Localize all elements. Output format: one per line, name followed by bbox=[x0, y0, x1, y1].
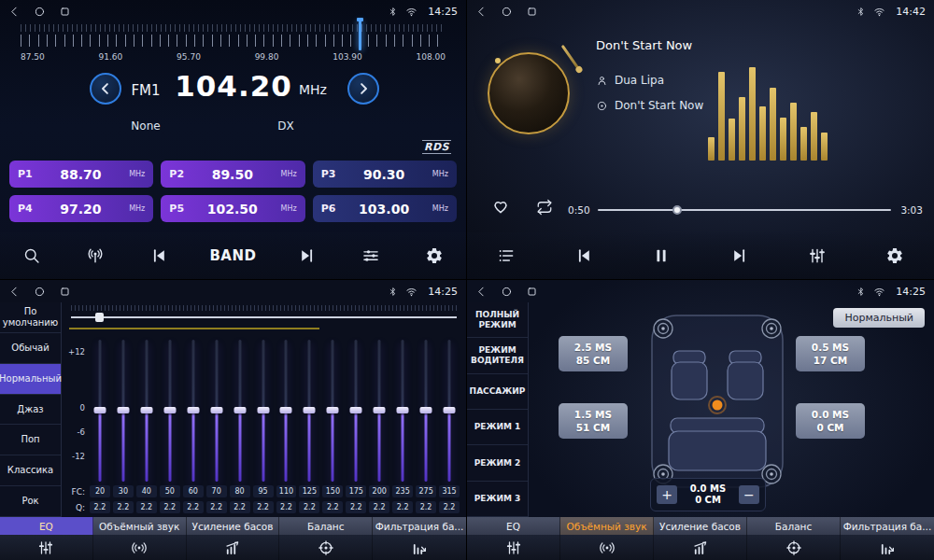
seek-previous-button[interactable] bbox=[140, 237, 177, 274]
delay-decrease-button[interactable]: − bbox=[739, 485, 759, 504]
tab-eq[interactable]: EQ bbox=[467, 517, 560, 535]
eq-band-knob[interactable] bbox=[304, 407, 316, 413]
surround-mode-item[interactable]: РЕЖИМ 2 bbox=[467, 445, 528, 481]
eq-band-knob[interactable] bbox=[327, 407, 339, 413]
preset-button-p2[interactable]: P289.50MHz bbox=[161, 161, 304, 188]
eq-band-slider[interactable] bbox=[229, 338, 251, 483]
eq-band-knob[interactable] bbox=[93, 407, 106, 413]
nav-home-icon[interactable] bbox=[501, 6, 513, 18]
eq-tab-icon[interactable] bbox=[0, 535, 93, 560]
eq-band-knob[interactable] bbox=[117, 407, 129, 413]
filter-tab-icon[interactable] bbox=[841, 535, 934, 560]
surround-mode-item[interactable]: ПАССАЖИР bbox=[467, 374, 528, 410]
tab-filter[interactable]: Фильтрация ба... bbox=[841, 517, 934, 535]
progress-knob[interactable] bbox=[672, 205, 682, 215]
preset-button-p5[interactable]: P5102.50MHz bbox=[161, 195, 304, 222]
eq-band-slider[interactable] bbox=[415, 338, 437, 483]
next-track-button[interactable] bbox=[721, 237, 758, 274]
pause-button[interactable] bbox=[643, 237, 680, 274]
frequency-ruler[interactable] bbox=[21, 24, 446, 49]
eq-band-slider[interactable] bbox=[391, 338, 414, 483]
tab-bass-boost[interactable]: Усиление басов bbox=[187, 517, 280, 535]
eq-band-knob[interactable] bbox=[234, 407, 246, 413]
nav-back-icon[interactable] bbox=[475, 6, 488, 18]
surround-mode-item[interactable]: РЕЖИМ 1 bbox=[467, 410, 528, 445]
eq-band-knob[interactable] bbox=[374, 407, 386, 413]
eq-preset-item[interactable]: Обычай bbox=[0, 333, 61, 364]
eq-band-knob[interactable] bbox=[280, 407, 292, 413]
bass-boost-tab-icon[interactable] bbox=[187, 535, 280, 560]
delay-rear-left[interactable]: 1.5 MS 51 CM bbox=[559, 403, 628, 439]
equalizer-button[interactable] bbox=[799, 237, 836, 274]
nav-recents-icon[interactable] bbox=[526, 286, 538, 298]
eq-band-slider[interactable] bbox=[438, 338, 460, 483]
eq-band-slider[interactable] bbox=[159, 338, 181, 483]
eq-level-line[interactable] bbox=[69, 328, 319, 329]
nav-home-icon[interactable] bbox=[34, 286, 46, 298]
eq-band-slider[interactable] bbox=[205, 338, 228, 483]
preset-button-p4[interactable]: P497.20MHz bbox=[9, 195, 153, 222]
eq-band-slider[interactable] bbox=[298, 338, 320, 483]
radio-settings-sliders-button[interactable] bbox=[352, 237, 389, 274]
eq-band-knob[interactable] bbox=[444, 407, 456, 413]
tab-eq[interactable]: EQ bbox=[0, 517, 93, 535]
player-settings-button[interactable] bbox=[876, 237, 913, 274]
eq-preset-item[interactable]: Классика bbox=[0, 455, 61, 486]
eq-band-slider[interactable] bbox=[345, 338, 367, 483]
surround-tab-icon[interactable] bbox=[560, 535, 654, 560]
playlist-button[interactable] bbox=[488, 237, 525, 274]
eq-band-slider[interactable] bbox=[321, 338, 344, 483]
previous-track-button[interactable] bbox=[565, 237, 602, 274]
tab-surround[interactable]: Объёмный звук bbox=[93, 517, 187, 535]
eq-preset-item[interactable]: Джаз bbox=[0, 395, 61, 426]
eq-band-knob[interactable] bbox=[420, 407, 432, 413]
tab-bass-boost[interactable]: Усиление басов bbox=[654, 517, 747, 535]
eq-band-knob[interactable] bbox=[187, 407, 199, 413]
radio-settings-button[interactable] bbox=[416, 237, 453, 274]
nav-home-icon[interactable] bbox=[34, 6, 46, 18]
nav-back-icon[interactable] bbox=[8, 286, 21, 298]
preset-button-p3[interactable]: P390.30MHz bbox=[313, 161, 457, 188]
delay-increase-button[interactable]: + bbox=[657, 485, 677, 504]
surround-mode-item[interactable]: ПОЛНЫЙ РЕЖИМ bbox=[467, 302, 528, 338]
eq-preset-item[interactable]: По умолчанию bbox=[0, 302, 61, 333]
delay-rear-right[interactable]: 0.0 MS 0 CM bbox=[796, 403, 865, 439]
eq-band-slider[interactable] bbox=[276, 338, 298, 483]
filter-tab-icon[interactable] bbox=[373, 535, 466, 560]
nav-recents-icon[interactable] bbox=[526, 6, 538, 18]
eq-master-slider[interactable] bbox=[71, 316, 457, 318]
tune-up-button[interactable] bbox=[347, 73, 379, 105]
nav-recents-icon[interactable] bbox=[59, 286, 71, 298]
eq-preset-item[interactable]: Поп bbox=[0, 425, 61, 455]
tab-balance[interactable]: Баланс bbox=[747, 517, 841, 535]
surround-mode-item[interactable]: РЕЖИМ ВОДИТЕЛЯ bbox=[467, 338, 528, 373]
progress-track[interactable] bbox=[598, 209, 891, 211]
eq-band-knob[interactable] bbox=[350, 407, 362, 413]
balance-tab-icon[interactable] bbox=[279, 535, 373, 560]
preset-button-p6[interactable]: P6103.00MHz bbox=[313, 195, 457, 222]
eq-tab-icon[interactable] bbox=[467, 535, 560, 560]
nav-home-icon[interactable] bbox=[501, 286, 513, 298]
scan-search-button[interactable] bbox=[13, 237, 50, 274]
eq-band-knob[interactable] bbox=[397, 407, 409, 413]
favorite-button[interactable] bbox=[491, 197, 510, 216]
nav-recents-icon[interactable] bbox=[59, 6, 71, 18]
surround-mode-item[interactable]: РЕЖИМ 3 bbox=[467, 482, 528, 517]
tab-balance[interactable]: Баланс bbox=[279, 517, 373, 535]
tab-surround[interactable]: Объёмный звук bbox=[560, 517, 654, 535]
eq-band-knob[interactable] bbox=[163, 407, 176, 413]
eq-band-knob[interactable] bbox=[210, 407, 222, 413]
eq-band-slider[interactable] bbox=[182, 338, 205, 483]
eq-band-slider[interactable] bbox=[368, 338, 390, 483]
eq-preset-item[interactable]: Рок bbox=[0, 486, 61, 517]
eq-band-slider[interactable] bbox=[89, 338, 111, 483]
delay-front-left[interactable]: 2.5 MS 85 CM bbox=[559, 336, 628, 371]
eq-band-knob[interactable] bbox=[140, 407, 152, 413]
broadcast-button[interactable] bbox=[77, 237, 114, 274]
balance-tab-icon[interactable] bbox=[747, 535, 841, 560]
seek-next-button[interactable] bbox=[289, 237, 326, 274]
nav-back-icon[interactable] bbox=[475, 286, 488, 298]
eq-band-knob[interactable] bbox=[257, 407, 269, 413]
sound-preset-button[interactable]: Нормальный bbox=[833, 308, 925, 328]
preset-button-p1[interactable]: P188.70MHz bbox=[9, 161, 153, 188]
